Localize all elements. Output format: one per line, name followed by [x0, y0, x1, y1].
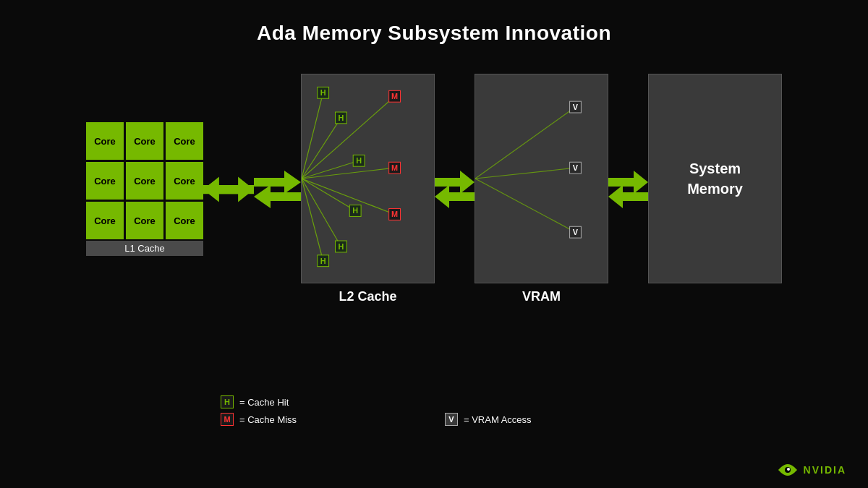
svg-line-35 — [475, 168, 575, 179]
vram-text: = VRAM Access — [464, 414, 532, 425]
svg-point-46 — [787, 468, 790, 471]
svg-marker-43 — [608, 171, 648, 194]
l1-cache-label: L1 Cache — [86, 241, 203, 256]
svg-text:M: M — [391, 92, 398, 100]
hit-badge: H — [221, 395, 234, 408]
cores-grid: Core Core Core Core Core Core Core Core … — [86, 122, 203, 239]
cache-legend: H = Cache Hit M = Cache Miss — [221, 395, 297, 430]
legend-hit-item: H = Cache Hit — [221, 395, 297, 408]
svg-marker-32 — [435, 171, 475, 194]
nvidia-text: NVIDIA — [804, 464, 846, 476]
svg-marker-4 — [254, 185, 301, 208]
svg-line-10 — [302, 179, 323, 261]
arrow-vram-sysmem — [608, 168, 648, 211]
l2-cache-box: H H H H H H M M M — [301, 74, 435, 283]
svg-line-11 — [302, 96, 395, 179]
cores-section: Core Core Core Core Core Core Core Core … — [86, 122, 203, 256]
nvidia-logo: NVIDIA — [778, 463, 846, 477]
svg-text:V: V — [573, 103, 579, 111]
svg-text:H: H — [352, 206, 358, 215]
svg-line-7 — [302, 160, 359, 179]
core-cell-7: Core — [86, 202, 124, 239]
svg-text:H: H — [356, 156, 362, 165]
vram-badge: V — [445, 413, 458, 426]
svg-marker-44 — [608, 185, 648, 208]
svg-marker-3 — [254, 171, 301, 194]
legend-miss-item: M = Cache Miss — [221, 413, 297, 426]
svg-marker-33 — [435, 185, 475, 208]
legend-vram-item: V = VRAM Access — [445, 413, 532, 426]
vram-box: V V V — [475, 74, 608, 283]
hit-text: = Cache Hit — [239, 397, 289, 408]
arrow-l2-vram — [435, 168, 475, 211]
core-cell-4: Core — [86, 162, 124, 200]
svg-marker-2 — [203, 179, 254, 200]
l2-wrapper: H H H H H H M M M L2 Cache — [301, 74, 435, 304]
vram-label: VRAM — [522, 289, 561, 304]
svg-line-6 — [302, 118, 341, 179]
nvidia-eye-icon — [778, 463, 798, 477]
svg-text:M: M — [391, 163, 398, 172]
miss-badge: M — [221, 413, 234, 426]
miss-text: = Cache Miss — [239, 414, 297, 425]
svg-text:H: H — [338, 242, 344, 251]
svg-line-36 — [475, 179, 575, 232]
svg-text:V: V — [573, 163, 579, 172]
svg-line-13 — [302, 179, 395, 214]
core-cell-9: Core — [166, 202, 203, 239]
core-cell-3: Core — [166, 122, 203, 160]
core-cell-1: Core — [86, 122, 124, 160]
svg-line-34 — [475, 107, 575, 179]
svg-text:H: H — [320, 88, 326, 97]
system-memory-box: SystemMemory — [648, 74, 782, 283]
svg-line-12 — [302, 168, 395, 179]
vram-wrapper: V V V VRAM — [475, 74, 608, 304]
arrow-cores-l2 — [203, 171, 254, 207]
diagram-area: Core Core Core Core Core Core Core Core … — [0, 74, 868, 304]
page-title: Ada Memory Subsystem Innovation — [0, 0, 868, 45]
core-cell-2: Core — [126, 122, 163, 160]
core-cell-8: Core — [126, 202, 163, 239]
system-memory-label: SystemMemory — [687, 158, 743, 199]
core-cell-5: Core — [126, 162, 163, 200]
svg-line-9 — [302, 179, 341, 247]
vram-legend: V = VRAM Access — [445, 413, 532, 430]
svg-text:V: V — [573, 228, 579, 236]
core-cell-6: Core — [166, 162, 203, 200]
svg-line-8 — [302, 179, 355, 211]
arrow-cores-l2-better — [254, 168, 301, 211]
l2-cache-label: L2 Cache — [339, 289, 396, 304]
svg-text:H: H — [320, 257, 326, 265]
svg-text:H: H — [338, 114, 344, 122]
sysmem-wrapper: SystemMemory placeholder — [648, 74, 782, 304]
svg-line-5 — [302, 93, 323, 179]
svg-text:M: M — [391, 210, 398, 218]
